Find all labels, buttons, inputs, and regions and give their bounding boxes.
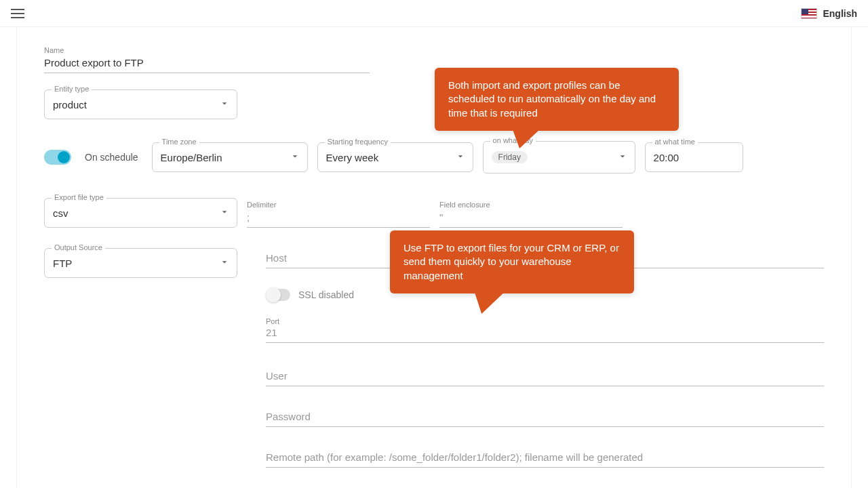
time-label: at what time xyxy=(652,138,698,146)
callout-ftp-text: Use FTP to export files for your CRM or … xyxy=(403,242,619,281)
frequency-select[interactable]: Starting frequency Every week xyxy=(317,142,473,172)
entity-type-select[interactable]: Entity type product xyxy=(44,89,237,119)
name-input[interactable] xyxy=(44,54,370,73)
entity-type-label: Entity type xyxy=(52,85,92,93)
name-field: Name xyxy=(44,46,370,73)
output-source-select[interactable]: Output Source FTP xyxy=(44,248,237,278)
name-label: Name xyxy=(44,46,370,54)
schedule-toggle[interactable] xyxy=(44,150,71,165)
chevron-down-icon xyxy=(219,207,230,220)
enclosure-field: Field enclosure xyxy=(439,201,623,228)
chevron-down-icon xyxy=(617,151,628,164)
delimiter-field: Delimiter xyxy=(247,201,430,228)
export-file-type-value: csv xyxy=(53,207,68,219)
hamburger-menu-icon[interactable] xyxy=(11,5,27,22)
schedule-row: On schedule Time zone Europe/Berlin Star… xyxy=(44,141,824,174)
remote-path-field xyxy=(266,447,824,468)
export-file-type-select[interactable]: Export file type csv xyxy=(44,198,237,228)
frequency-value: Every week xyxy=(326,152,379,163)
time-select[interactable]: at what time 20:00 xyxy=(645,142,743,172)
output-source-label: Output Source xyxy=(52,243,105,251)
chevron-down-icon xyxy=(290,151,300,164)
callout-scheduling: Both import and export profiles can be s… xyxy=(435,68,679,131)
port-field: Port xyxy=(266,317,824,343)
timezone-select[interactable]: Time zone Europe/Berlin xyxy=(152,142,308,172)
port-input[interactable] xyxy=(266,325,824,343)
timezone-label: Time zone xyxy=(159,138,199,146)
password-input[interactable] xyxy=(266,407,824,427)
schedule-toggle-label: On schedule xyxy=(85,152,138,163)
enclosure-label: Field enclosure xyxy=(439,201,623,209)
chevron-down-icon xyxy=(455,151,466,164)
time-value: 20:00 xyxy=(654,152,679,163)
password-field xyxy=(266,407,824,427)
enclosure-input[interactable] xyxy=(439,209,623,228)
output-source-value: FTP xyxy=(53,258,72,269)
port-label: Port xyxy=(266,317,824,325)
topbar: English xyxy=(0,0,868,27)
ssl-toggle[interactable] xyxy=(266,289,290,301)
profile-form: Name Entity type product On schedule Tim… xyxy=(16,27,852,488)
delimiter-input[interactable] xyxy=(247,209,430,228)
ssl-label: SSL disabled xyxy=(298,289,354,300)
callout-scheduling-text: Both import and export profiles can be s… xyxy=(448,79,656,119)
export-file-type-label: Export file type xyxy=(52,193,106,201)
callout-ftp: Use FTP to export files for your CRM or … xyxy=(390,230,634,293)
chevron-down-icon xyxy=(219,98,230,111)
day-chip: Friday xyxy=(492,151,528,163)
user-input[interactable] xyxy=(266,366,824,386)
delimiter-label: Delimiter xyxy=(247,201,430,209)
language-switcher[interactable]: English xyxy=(801,8,857,19)
remote-path-input[interactable] xyxy=(266,447,824,468)
language-label: English xyxy=(823,8,857,19)
day-select[interactable]: on what day Friday xyxy=(483,141,635,174)
chevron-down-icon xyxy=(219,257,230,270)
frequency-label: Starting frequency xyxy=(325,138,391,146)
export-format-row: Export file type csv Delimiter Field enc… xyxy=(44,198,824,228)
flag-us-icon xyxy=(801,8,817,19)
entity-type-value: product xyxy=(53,99,87,110)
timezone-value: Europe/Berlin xyxy=(161,152,222,163)
user-field xyxy=(266,366,824,386)
